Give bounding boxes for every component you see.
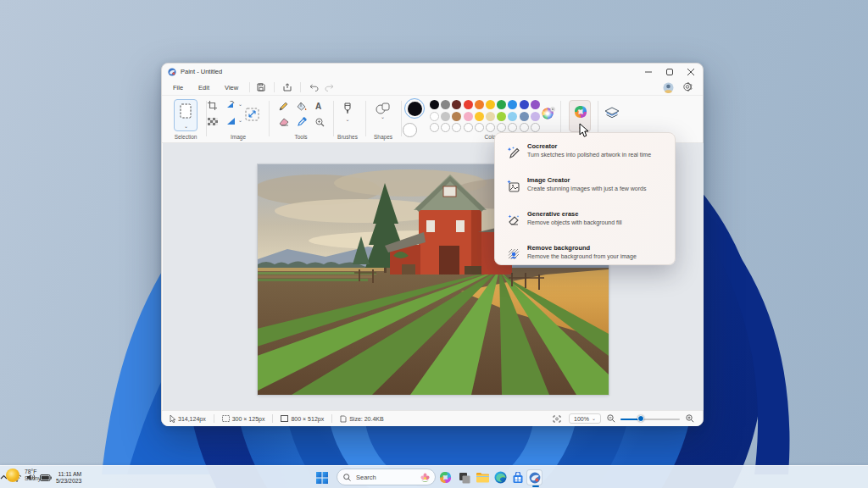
- menu-edit[interactable]: Edit: [191, 81, 217, 94]
- sunny-weather-icon: [5, 468, 20, 483]
- menu-file[interactable]: File: [165, 81, 191, 94]
- color-swatch[interactable]: [430, 100, 439, 109]
- color-swatch[interactable]: [531, 112, 540, 121]
- taskbar-edge-button[interactable]: [492, 469, 509, 485]
- color-swatch[interactable]: [486, 100, 495, 109]
- zoom-level-dropdown[interactable]: 100%⌄: [569, 413, 601, 424]
- weather-condition: Sunny: [25, 475, 41, 482]
- taskbar-task-view-button[interactable]: [456, 469, 472, 485]
- color-swatch[interactable]: [531, 100, 540, 109]
- save-button[interactable]: [253, 81, 269, 93]
- battery-icon[interactable]: [40, 474, 52, 481]
- empty-color-slot[interactable]: [464, 123, 473, 132]
- paint-app-icon: [529, 472, 541, 484]
- color-swatch[interactable]: [441, 112, 450, 121]
- maximize-button[interactable]: [659, 64, 680, 80]
- color-swatch[interactable]: [441, 100, 450, 109]
- color-swatch[interactable]: [452, 100, 461, 109]
- desktop: Paint - Untitled File Edit View: [0, 0, 868, 488]
- empty-color-slot[interactable]: [520, 123, 529, 132]
- copilot-icon: [439, 471, 452, 484]
- empty-color-slot[interactable]: [452, 123, 461, 132]
- zoom-out-icon: [607, 414, 615, 423]
- image-creator-icon: [507, 180, 520, 193]
- canvas-size-icon: [281, 415, 288, 422]
- taskbar-file-explorer-button[interactable]: [474, 469, 490, 485]
- file-size-indicator: Size: 20.4KB: [332, 411, 391, 426]
- color-swatch[interactable]: [497, 112, 506, 121]
- empty-color-slot[interactable]: [486, 123, 495, 132]
- settings-button[interactable]: [682, 82, 693, 92]
- color-swatch[interactable]: [508, 112, 517, 121]
- fit-screen-icon: [553, 415, 561, 423]
- empty-color-slot[interactable]: [430, 123, 439, 132]
- task-view-icon: [459, 472, 470, 484]
- color-swatch[interactable]: [475, 112, 484, 121]
- menu-item-remove-background[interactable]: Remove background Remove the background …: [498, 240, 671, 270]
- cocreator-icon: [507, 146, 520, 159]
- color-swatch[interactable]: [475, 100, 484, 109]
- close-button[interactable]: [681, 64, 701, 80]
- redo-icon: [325, 84, 334, 92]
- zoom-in-button[interactable]: [686, 414, 694, 423]
- microsoft-store-icon: [512, 472, 524, 484]
- windows-start-icon: [316, 472, 328, 484]
- status-bar: 314,124px 300 × 125px 800 × 512px Size: …: [162, 410, 703, 426]
- menu-item-cocreator[interactable]: Cocreator Turn sketches into polished ar…: [498, 138, 671, 169]
- remove-background-icon: [507, 247, 520, 261]
- canvas-size-indicator: 800 × 512px: [273, 411, 331, 426]
- color-swatch[interactable]: [430, 112, 439, 121]
- file-size-icon: [340, 415, 347, 423]
- taskbar-weather-widget[interactable]: 78°FSunny: [5, 468, 41, 483]
- search-icon: [343, 474, 351, 481]
- undo-button[interactable]: [306, 81, 321, 93]
- color-swatch[interactable]: [464, 112, 473, 121]
- weather-temperature: 78°F: [25, 469, 41, 475]
- save-icon: [257, 83, 265, 92]
- redo-button[interactable]: [321, 81, 337, 93]
- share-button[interactable]: [280, 81, 295, 93]
- title-bar[interactable]: Paint - Untitled: [162, 64, 703, 80]
- menu-item-generative-erase[interactable]: Generative erase Remove objects with bac…: [498, 206, 671, 236]
- taskbar-paint-button-active[interactable]: [526, 469, 542, 485]
- copilot-dropdown-menu: Cocreator Turn sketches into polished ar…: [494, 132, 676, 265]
- menu-view[interactable]: View: [217, 81, 246, 94]
- zoom-slider[interactable]: [620, 414, 680, 423]
- fit-to-screen-button[interactable]: [545, 411, 569, 426]
- color-swatch[interactable]: [452, 112, 461, 121]
- empty-color-slot[interactable]: [441, 123, 450, 132]
- color-swatch[interactable]: [486, 112, 495, 121]
- color-swatch[interactable]: [520, 112, 529, 121]
- taskbar-store-button[interactable]: [509, 469, 526, 485]
- zoom-slider-handle[interactable]: [637, 415, 644, 422]
- empty-color-slot[interactable]: [497, 123, 506, 132]
- taskbar-clock[interactable]: 11:11 AM 5/23/2023: [56, 471, 85, 485]
- layers-button[interactable]: [604, 107, 620, 120]
- search-placeholder: Search: [356, 474, 376, 481]
- color-wheel-icon: [542, 107, 555, 120]
- edge-browser-icon: [494, 471, 507, 484]
- window-title: Paint - Untitled: [181, 68, 222, 75]
- undo-icon: [309, 84, 319, 92]
- empty-color-slot[interactable]: [531, 123, 540, 132]
- clock-time: 11:11 AM: [56, 471, 81, 478]
- menu-bar: File Edit View: [162, 80, 703, 96]
- file-explorer-icon: [476, 472, 489, 483]
- zoom-out-button[interactable]: [607, 414, 615, 423]
- copilot-icon: [574, 105, 587, 119]
- account-avatar[interactable]: [663, 82, 674, 93]
- menu-item-image-creator[interactable]: Image Creator Create stunning images wit…: [498, 172, 671, 202]
- taskbar-copilot-button[interactable]: [437, 469, 453, 485]
- taskbar-search-box[interactable]: Search: [337, 469, 436, 485]
- minimize-button[interactable]: [638, 64, 659, 80]
- edit-colors-button[interactable]: [542, 107, 555, 120]
- color-swatch[interactable]: [520, 100, 529, 109]
- chevron-down-icon: ⌄: [592, 417, 596, 421]
- layers-icon: [604, 107, 620, 120]
- color-swatch[interactable]: [508, 100, 517, 109]
- color-swatch[interactable]: [464, 100, 473, 109]
- empty-color-slot[interactable]: [475, 123, 484, 132]
- start-button[interactable]: [314, 469, 330, 485]
- empty-color-slot[interactable]: [508, 123, 517, 132]
- color-swatch[interactable]: [497, 100, 506, 109]
